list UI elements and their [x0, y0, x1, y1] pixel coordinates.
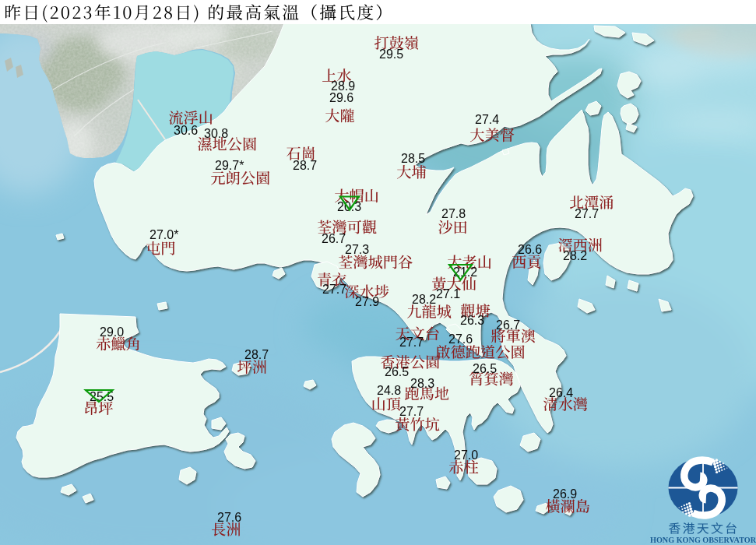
svg-text:27.3: 27.3: [345, 243, 369, 256]
svg-text:24.8: 24.8: [377, 384, 401, 397]
svg-text:28.5: 28.5: [401, 152, 425, 165]
svg-text:27.6: 27.6: [448, 332, 473, 346]
svg-text:27.9: 27.9: [355, 295, 379, 308]
svg-text:29.5: 29.5: [379, 47, 403, 61]
svg-text:27.0*: 27.0*: [149, 228, 178, 241]
svg-text:29.0: 29.0: [100, 325, 124, 339]
svg-text:29.7*: 29.7*: [215, 159, 244, 172]
svg-text:28.2: 28.2: [412, 293, 436, 306]
svg-text:26.5: 26.5: [385, 365, 409, 378]
svg-text:27.6: 27.6: [217, 511, 241, 524]
svg-text:27.7: 27.7: [399, 336, 424, 349]
svg-text:27.1: 27.1: [436, 287, 460, 301]
svg-text:28.9: 28.9: [331, 79, 355, 93]
svg-text:28.3: 28.3: [410, 377, 434, 390]
svg-text:28.7: 28.7: [293, 159, 317, 172]
svg-text:26.3: 26.3: [460, 314, 484, 327]
svg-text:20.3: 20.3: [337, 200, 361, 213]
svg-text:26.7: 26.7: [496, 318, 520, 332]
svg-text:26.4: 26.4: [549, 386, 573, 399]
svg-text:26.6: 26.6: [518, 243, 542, 256]
svg-text:26.5: 26.5: [473, 362, 497, 375]
svg-text:26.9: 26.9: [553, 487, 577, 501]
svg-text:28.2: 28.2: [563, 249, 587, 262]
svg-text:27.4: 27.4: [475, 113, 499, 126]
svg-text:21.2: 21.2: [453, 265, 477, 279]
svg-text:27.7: 27.7: [322, 283, 346, 296]
svg-text:27.7: 27.7: [399, 405, 424, 418]
svg-text:28.7: 28.7: [244, 348, 269, 361]
svg-text:26.7: 26.7: [322, 232, 346, 245]
svg-text:HONG KONG OBSERVATORY: HONG KONG OBSERVATORY: [650, 536, 756, 544]
svg-text:30.6: 30.6: [174, 124, 198, 137]
svg-text:30.8: 30.8: [204, 127, 228, 140]
svg-text:27.0: 27.0: [454, 448, 478, 462]
svg-text:27.8: 27.8: [441, 207, 466, 220]
svg-text:27.7: 27.7: [575, 207, 599, 220]
svg-text:29.6: 29.6: [329, 91, 353, 104]
